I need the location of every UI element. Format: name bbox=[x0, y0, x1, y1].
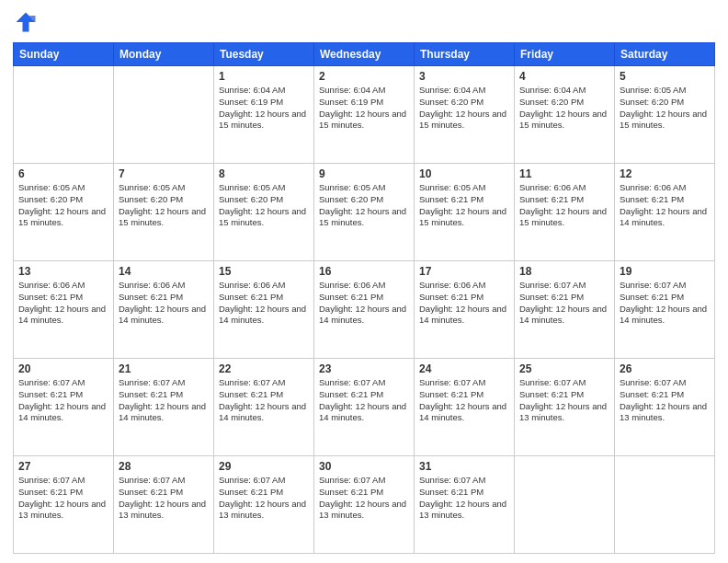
day-number: 23 bbox=[319, 362, 409, 375]
day-number: 11 bbox=[519, 167, 609, 180]
day-number: 5 bbox=[620, 70, 710, 83]
day-number: 22 bbox=[219, 362, 309, 375]
calendar-cell: 29Sunrise: 6:07 AM Sunset: 6:21 PM Dayli… bbox=[214, 456, 314, 554]
page: SundayMondayTuesdayWednesdayThursdayFrid… bbox=[0, 0, 728, 563]
cell-sun-info: Sunrise: 6:07 AM Sunset: 6:21 PM Dayligh… bbox=[18, 377, 108, 424]
day-number: 3 bbox=[419, 70, 509, 83]
cell-sun-info: Sunrise: 6:04 AM Sunset: 6:20 PM Dayligh… bbox=[419, 85, 509, 132]
calendar-cell: 2Sunrise: 6:04 AM Sunset: 6:19 PM Daylig… bbox=[314, 66, 415, 164]
calendar-cell: 31Sunrise: 6:07 AM Sunset: 6:21 PM Dayli… bbox=[415, 456, 515, 554]
col-header-tuesday: Tuesday bbox=[214, 43, 314, 66]
week-row-5: 27Sunrise: 6:07 AM Sunset: 6:21 PM Dayli… bbox=[14, 456, 715, 554]
cell-sun-info: Sunrise: 6:07 AM Sunset: 6:21 PM Dayligh… bbox=[419, 475, 509, 522]
col-header-saturday: Saturday bbox=[615, 43, 715, 66]
calendar-cell: 26Sunrise: 6:07 AM Sunset: 6:21 PM Dayli… bbox=[615, 359, 715, 456]
calendar-cell: 13Sunrise: 6:06 AM Sunset: 6:21 PM Dayli… bbox=[14, 261, 114, 359]
calendar: SundayMondayTuesdayWednesdayThursdayFrid… bbox=[13, 42, 715, 554]
calendar-cell: 30Sunrise: 6:07 AM Sunset: 6:21 PM Dayli… bbox=[314, 456, 415, 554]
logo-icon bbox=[13, 9, 39, 35]
day-number: 17 bbox=[419, 265, 509, 278]
col-header-thursday: Thursday bbox=[415, 43, 515, 66]
cell-sun-info: Sunrise: 6:07 AM Sunset: 6:21 PM Dayligh… bbox=[319, 475, 409, 522]
day-number: 2 bbox=[319, 70, 409, 83]
day-number: 19 bbox=[620, 265, 710, 278]
cell-sun-info: Sunrise: 6:07 AM Sunset: 6:21 PM Dayligh… bbox=[119, 475, 209, 522]
cell-sun-info: Sunrise: 6:05 AM Sunset: 6:20 PM Dayligh… bbox=[119, 182, 209, 229]
header-row: SundayMondayTuesdayWednesdayThursdayFrid… bbox=[14, 43, 715, 66]
day-number: 15 bbox=[219, 265, 309, 278]
cell-sun-info: Sunrise: 6:06 AM Sunset: 6:21 PM Dayligh… bbox=[319, 280, 409, 327]
day-number: 1 bbox=[219, 70, 309, 83]
calendar-cell: 28Sunrise: 6:07 AM Sunset: 6:21 PM Dayli… bbox=[114, 456, 214, 554]
calendar-cell: 9Sunrise: 6:05 AM Sunset: 6:20 PM Daylig… bbox=[314, 164, 415, 261]
cell-sun-info: Sunrise: 6:07 AM Sunset: 6:21 PM Dayligh… bbox=[519, 377, 609, 424]
cell-sun-info: Sunrise: 6:06 AM Sunset: 6:21 PM Dayligh… bbox=[119, 280, 209, 327]
col-header-friday: Friday bbox=[515, 43, 615, 66]
day-number: 10 bbox=[419, 167, 509, 180]
cell-sun-info: Sunrise: 6:06 AM Sunset: 6:21 PM Dayligh… bbox=[18, 280, 108, 327]
cell-sun-info: Sunrise: 6:05 AM Sunset: 6:20 PM Dayligh… bbox=[18, 182, 108, 229]
cell-sun-info: Sunrise: 6:07 AM Sunset: 6:21 PM Dayligh… bbox=[219, 377, 309, 424]
cell-sun-info: Sunrise: 6:06 AM Sunset: 6:21 PM Dayligh… bbox=[219, 280, 309, 327]
cell-sun-info: Sunrise: 6:06 AM Sunset: 6:21 PM Dayligh… bbox=[620, 182, 710, 229]
cell-sun-info: Sunrise: 6:07 AM Sunset: 6:21 PM Dayligh… bbox=[219, 475, 309, 522]
calendar-cell: 23Sunrise: 6:07 AM Sunset: 6:21 PM Dayli… bbox=[314, 359, 415, 456]
week-row-3: 13Sunrise: 6:06 AM Sunset: 6:21 PM Dayli… bbox=[14, 261, 715, 359]
day-number: 8 bbox=[219, 167, 309, 180]
calendar-cell: 22Sunrise: 6:07 AM Sunset: 6:21 PM Dayli… bbox=[214, 359, 314, 456]
cell-sun-info: Sunrise: 6:04 AM Sunset: 6:19 PM Dayligh… bbox=[319, 85, 409, 132]
calendar-cell: 25Sunrise: 6:07 AM Sunset: 6:21 PM Dayli… bbox=[515, 359, 615, 456]
calendar-cell bbox=[114, 66, 214, 164]
calendar-cell: 15Sunrise: 6:06 AM Sunset: 6:21 PM Dayli… bbox=[214, 261, 314, 359]
calendar-cell: 1Sunrise: 6:04 AM Sunset: 6:19 PM Daylig… bbox=[214, 66, 314, 164]
day-number: 12 bbox=[620, 167, 710, 180]
day-number: 27 bbox=[18, 460, 108, 473]
day-number: 29 bbox=[219, 460, 309, 473]
calendar-cell bbox=[14, 66, 114, 164]
col-header-wednesday: Wednesday bbox=[314, 43, 415, 66]
header bbox=[13, 9, 715, 35]
calendar-cell: 21Sunrise: 6:07 AM Sunset: 6:21 PM Dayli… bbox=[114, 359, 214, 456]
day-number: 28 bbox=[119, 460, 209, 473]
calendar-cell: 7Sunrise: 6:05 AM Sunset: 6:20 PM Daylig… bbox=[114, 164, 214, 261]
day-number: 31 bbox=[419, 460, 509, 473]
calendar-cell bbox=[615, 456, 715, 554]
cell-sun-info: Sunrise: 6:05 AM Sunset: 6:20 PM Dayligh… bbox=[620, 85, 710, 132]
calendar-cell: 19Sunrise: 6:07 AM Sunset: 6:21 PM Dayli… bbox=[615, 261, 715, 359]
calendar-cell: 11Sunrise: 6:06 AM Sunset: 6:21 PM Dayli… bbox=[515, 164, 615, 261]
calendar-cell: 10Sunrise: 6:05 AM Sunset: 6:21 PM Dayli… bbox=[415, 164, 515, 261]
cell-sun-info: Sunrise: 6:07 AM Sunset: 6:21 PM Dayligh… bbox=[419, 377, 509, 424]
calendar-cell: 6Sunrise: 6:05 AM Sunset: 6:20 PM Daylig… bbox=[14, 164, 114, 261]
calendar-cell: 17Sunrise: 6:06 AM Sunset: 6:21 PM Dayli… bbox=[415, 261, 515, 359]
svg-marker-0 bbox=[17, 13, 36, 32]
day-number: 21 bbox=[119, 362, 209, 375]
calendar-cell: 8Sunrise: 6:05 AM Sunset: 6:20 PM Daylig… bbox=[214, 164, 314, 261]
week-row-4: 20Sunrise: 6:07 AM Sunset: 6:21 PM Dayli… bbox=[14, 359, 715, 456]
day-number: 18 bbox=[519, 265, 609, 278]
cell-sun-info: Sunrise: 6:05 AM Sunset: 6:21 PM Dayligh… bbox=[419, 182, 509, 229]
day-number: 25 bbox=[519, 362, 609, 375]
calendar-header: SundayMondayTuesdayWednesdayThursdayFrid… bbox=[14, 43, 715, 66]
day-number: 6 bbox=[18, 167, 108, 180]
col-header-sunday: Sunday bbox=[14, 43, 114, 66]
day-number: 30 bbox=[319, 460, 409, 473]
cell-sun-info: Sunrise: 6:04 AM Sunset: 6:20 PM Dayligh… bbox=[519, 85, 609, 132]
calendar-cell: 4Sunrise: 6:04 AM Sunset: 6:20 PM Daylig… bbox=[515, 66, 615, 164]
day-number: 16 bbox=[319, 265, 409, 278]
day-number: 20 bbox=[18, 362, 108, 375]
cell-sun-info: Sunrise: 6:07 AM Sunset: 6:21 PM Dayligh… bbox=[119, 377, 209, 424]
cell-sun-info: Sunrise: 6:07 AM Sunset: 6:21 PM Dayligh… bbox=[620, 377, 710, 424]
calendar-cell: 16Sunrise: 6:06 AM Sunset: 6:21 PM Dayli… bbox=[314, 261, 415, 359]
week-row-2: 6Sunrise: 6:05 AM Sunset: 6:20 PM Daylig… bbox=[14, 164, 715, 261]
day-number: 24 bbox=[419, 362, 509, 375]
day-number: 7 bbox=[119, 167, 209, 180]
cell-sun-info: Sunrise: 6:05 AM Sunset: 6:20 PM Dayligh… bbox=[219, 182, 309, 229]
calendar-cell: 3Sunrise: 6:04 AM Sunset: 6:20 PM Daylig… bbox=[415, 66, 515, 164]
logo bbox=[13, 9, 42, 35]
calendar-cell: 12Sunrise: 6:06 AM Sunset: 6:21 PM Dayli… bbox=[615, 164, 715, 261]
week-row-1: 1Sunrise: 6:04 AM Sunset: 6:19 PM Daylig… bbox=[14, 66, 715, 164]
cell-sun-info: Sunrise: 6:06 AM Sunset: 6:21 PM Dayligh… bbox=[519, 182, 609, 229]
cell-sun-info: Sunrise: 6:07 AM Sunset: 6:21 PM Dayligh… bbox=[620, 280, 710, 327]
calendar-body: 1Sunrise: 6:04 AM Sunset: 6:19 PM Daylig… bbox=[14, 66, 715, 554]
calendar-cell: 14Sunrise: 6:06 AM Sunset: 6:21 PM Dayli… bbox=[114, 261, 214, 359]
